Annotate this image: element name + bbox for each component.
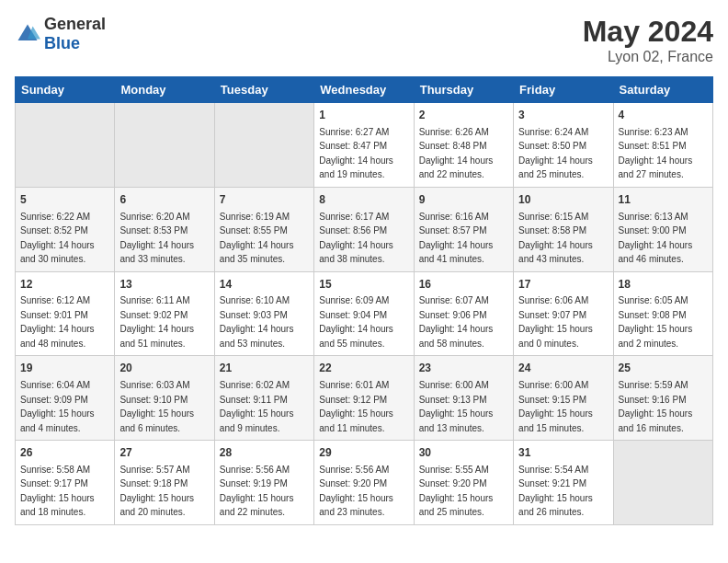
day-number: 28 <box>220 445 309 461</box>
day-cell: 16Sunrise: 6:07 AMSunset: 9:06 PMDayligh… <box>414 271 513 356</box>
day-cell: 29Sunrise: 5:56 AMSunset: 9:20 PMDayligh… <box>314 441 414 525</box>
day-info: Sunrise: 6:04 AMSunset: 9:09 PMDaylight:… <box>20 380 95 433</box>
day-info: Sunrise: 6:13 AMSunset: 9:00 PMDaylight:… <box>619 212 693 265</box>
day-number: 15 <box>319 277 408 293</box>
day-info: Sunrise: 6:19 AMSunset: 8:55 PMDaylight:… <box>220 212 294 265</box>
day-number: 10 <box>518 192 608 208</box>
day-info: Sunrise: 6:23 AMSunset: 8:51 PMDaylight:… <box>619 127 693 180</box>
header-cell-sunday: Sunday <box>16 77 115 103</box>
day-info: Sunrise: 5:56 AMSunset: 9:20 PMDaylight:… <box>319 465 393 518</box>
location-title: Lyon 02, France <box>583 49 713 65</box>
header-row: SundayMondayTuesdayWednesdayThursdayFrid… <box>16 77 713 103</box>
day-number: 14 <box>220 277 309 293</box>
day-number: 29 <box>319 445 408 461</box>
day-number: 9 <box>419 192 508 208</box>
day-info: Sunrise: 6:17 AMSunset: 8:56 PMDaylight:… <box>319 212 393 265</box>
day-number: 21 <box>220 361 309 376</box>
day-cell <box>16 103 115 188</box>
day-number: 3 <box>518 108 608 123</box>
header-cell-wednesday: Wednesday <box>314 77 414 103</box>
day-number: 27 <box>119 445 209 461</box>
day-info: Sunrise: 6:00 AMSunset: 9:13 PMDaylight:… <box>419 380 494 433</box>
day-cell <box>214 103 313 188</box>
day-info: Sunrise: 5:56 AMSunset: 9:19 PMDaylight:… <box>220 465 294 518</box>
month-title: May 2024 <box>583 15 713 49</box>
day-info: Sunrise: 6:03 AMSunset: 9:10 PMDaylight:… <box>119 380 194 433</box>
logo-icon <box>15 21 40 47</box>
header-cell-saturday: Saturday <box>613 77 712 103</box>
week-row-4: 19Sunrise: 6:04 AMSunset: 9:09 PMDayligh… <box>16 356 713 441</box>
calendar-table: SundayMondayTuesdayWednesdayThursdayFrid… <box>15 76 713 525</box>
logo: General Blue <box>15 15 106 53</box>
header-cell-monday: Monday <box>115 77 214 103</box>
day-cell: 22Sunrise: 6:01 AMSunset: 9:12 PMDayligh… <box>314 356 414 441</box>
day-number: 16 <box>419 277 508 293</box>
day-cell: 1Sunrise: 6:27 AMSunset: 8:47 PMDaylight… <box>314 103 414 188</box>
logo-text: General Blue <box>44 15 106 53</box>
day-number: 23 <box>419 361 508 376</box>
day-number: 7 <box>220 192 309 208</box>
day-number: 1 <box>319 108 408 123</box>
day-info: Sunrise: 6:01 AMSunset: 9:12 PMDaylight:… <box>319 380 393 433</box>
day-cell: 17Sunrise: 6:06 AMSunset: 9:07 PMDayligh… <box>514 271 613 356</box>
day-cell: 7Sunrise: 6:19 AMSunset: 8:55 PMDaylight… <box>214 187 313 271</box>
day-cell: 21Sunrise: 6:02 AMSunset: 9:11 PMDayligh… <box>214 356 313 441</box>
day-cell: 9Sunrise: 6:16 AMSunset: 8:57 PMDaylight… <box>414 187 513 271</box>
day-info: Sunrise: 5:59 AMSunset: 9:16 PMDaylight:… <box>619 380 693 433</box>
week-row-1: 1Sunrise: 6:27 AMSunset: 8:47 PMDaylight… <box>16 103 713 188</box>
day-number: 2 <box>419 108 508 123</box>
day-info: Sunrise: 6:02 AMSunset: 9:11 PMDaylight:… <box>220 380 294 433</box>
day-cell: 15Sunrise: 6:09 AMSunset: 9:04 PMDayligh… <box>314 271 414 356</box>
header-cell-friday: Friday <box>514 77 613 103</box>
day-number: 31 <box>518 445 608 461</box>
day-cell: 11Sunrise: 6:13 AMSunset: 9:00 PMDayligh… <box>613 187 712 271</box>
day-cell: 6Sunrise: 6:20 AMSunset: 8:53 PMDaylight… <box>115 187 214 271</box>
day-info: Sunrise: 6:26 AMSunset: 8:48 PMDaylight:… <box>419 127 494 180</box>
day-number: 19 <box>20 361 109 376</box>
day-cell: 8Sunrise: 6:17 AMSunset: 8:56 PMDaylight… <box>314 187 414 271</box>
day-info: Sunrise: 6:22 AMSunset: 8:52 PMDaylight:… <box>20 212 95 265</box>
day-number: 6 <box>119 192 209 208</box>
day-number: 20 <box>119 361 209 376</box>
day-cell: 26Sunrise: 5:58 AMSunset: 9:17 PMDayligh… <box>16 441 115 525</box>
day-number: 4 <box>619 108 708 123</box>
day-cell <box>115 103 214 188</box>
day-number: 26 <box>20 445 109 461</box>
day-info: Sunrise: 6:12 AMSunset: 9:01 PMDaylight:… <box>20 295 95 349</box>
day-cell: 10Sunrise: 6:15 AMSunset: 8:58 PMDayligh… <box>514 187 613 271</box>
day-number: 13 <box>119 277 209 293</box>
day-cell: 2Sunrise: 6:26 AMSunset: 8:48 PMDaylight… <box>414 103 513 188</box>
day-number: 25 <box>619 361 708 376</box>
day-number: 5 <box>20 192 109 208</box>
day-cell: 3Sunrise: 6:24 AMSunset: 8:50 PMDaylight… <box>514 103 613 188</box>
day-info: Sunrise: 5:57 AMSunset: 9:18 PMDaylight:… <box>119 465 194 518</box>
day-cell: 28Sunrise: 5:56 AMSunset: 9:19 PMDayligh… <box>214 441 313 525</box>
day-number: 22 <box>319 361 408 376</box>
day-cell: 19Sunrise: 6:04 AMSunset: 9:09 PMDayligh… <box>16 356 115 441</box>
title-area: May 2024 Lyon 02, France <box>583 15 713 65</box>
day-info: Sunrise: 6:05 AMSunset: 9:08 PMDaylight:… <box>619 295 693 349</box>
day-cell: 27Sunrise: 5:57 AMSunset: 9:18 PMDayligh… <box>115 441 214 525</box>
logo-blue: Blue <box>44 34 80 52</box>
week-row-5: 26Sunrise: 5:58 AMSunset: 9:17 PMDayligh… <box>16 441 713 525</box>
day-cell: 23Sunrise: 6:00 AMSunset: 9:13 PMDayligh… <box>414 356 513 441</box>
day-cell: 24Sunrise: 6:00 AMSunset: 9:15 PMDayligh… <box>514 356 613 441</box>
day-cell: 12Sunrise: 6:12 AMSunset: 9:01 PMDayligh… <box>16 271 115 356</box>
day-info: Sunrise: 6:06 AMSunset: 9:07 PMDaylight:… <box>518 295 593 349</box>
day-cell: 31Sunrise: 5:54 AMSunset: 9:21 PMDayligh… <box>514 441 613 525</box>
day-info: Sunrise: 6:15 AMSunset: 8:58 PMDaylight:… <box>518 212 593 265</box>
week-row-2: 5Sunrise: 6:22 AMSunset: 8:52 PMDaylight… <box>16 187 713 271</box>
day-cell: 25Sunrise: 5:59 AMSunset: 9:16 PMDayligh… <box>613 356 712 441</box>
day-number: 12 <box>20 277 109 293</box>
day-cell: 18Sunrise: 6:05 AMSunset: 9:08 PMDayligh… <box>613 271 712 356</box>
day-cell: 14Sunrise: 6:10 AMSunset: 9:03 PMDayligh… <box>214 271 313 356</box>
day-info: Sunrise: 6:11 AMSunset: 9:02 PMDaylight:… <box>119 295 194 349</box>
day-number: 8 <box>319 192 408 208</box>
day-info: Sunrise: 6:09 AMSunset: 9:04 PMDaylight:… <box>319 295 393 349</box>
day-info: Sunrise: 6:24 AMSunset: 8:50 PMDaylight:… <box>518 127 593 180</box>
day-info: Sunrise: 6:10 AMSunset: 9:03 PMDaylight:… <box>220 295 294 349</box>
header-cell-thursday: Thursday <box>414 77 513 103</box>
day-number: 18 <box>619 277 708 293</box>
day-number: 17 <box>518 277 608 293</box>
day-cell: 30Sunrise: 5:55 AMSunset: 9:20 PMDayligh… <box>414 441 513 525</box>
